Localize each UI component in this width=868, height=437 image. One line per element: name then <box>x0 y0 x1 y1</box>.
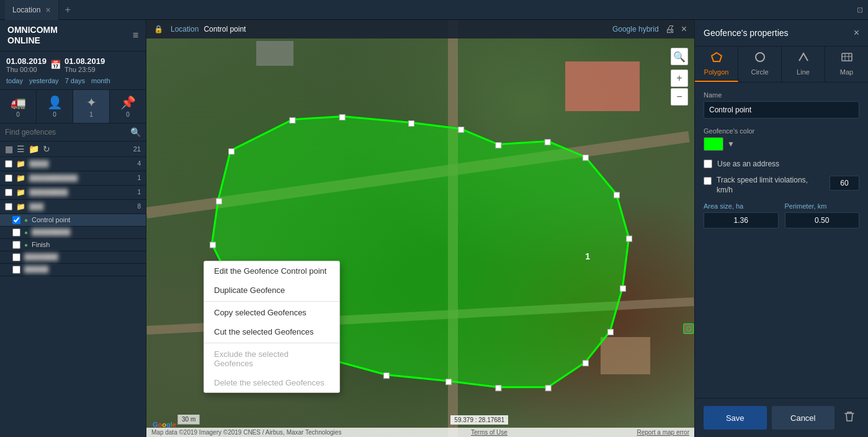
item-checkbox[interactable] <box>12 216 20 224</box>
group-count: 1 <box>137 189 141 196</box>
calendar-icon[interactable]: 📅 <box>50 60 61 70</box>
add-tab-button[interactable]: + <box>59 4 77 16</box>
item-checkbox[interactable] <box>12 241 20 249</box>
speed-limit-input[interactable] <box>830 176 859 191</box>
search-input[interactable] <box>5 128 127 137</box>
cancel-button[interactable]: Cancel <box>772 406 835 430</box>
use-as-address-checkbox[interactable] <box>704 160 712 168</box>
geofence-icon: ✦ <box>86 95 97 110</box>
list-item[interactable]: 📁 ███ 8 <box>0 200 146 214</box>
ctx-cut[interactable]: Cut the selected Geofences <box>204 322 339 341</box>
grid-icon[interactable]: ▦ <box>5 144 13 154</box>
end-date: 01.08.2019 <box>65 56 105 66</box>
list-icon[interactable]: ☰ <box>17 144 25 154</box>
list-item[interactable]: ███████ <box>0 251 146 264</box>
group-name: ████████ <box>29 189 133 196</box>
list-item[interactable]: 📁 ████ 4 <box>0 157 146 171</box>
svg-rect-13 <box>583 361 588 366</box>
date-nav-7days[interactable]: 7 days <box>65 77 85 84</box>
perimeter-label: Perimeter, km <box>785 202 860 210</box>
terms-link[interactable]: Terms of Use <box>471 429 508 436</box>
list-item[interactable]: ● Finish <box>0 239 146 251</box>
svg-rect-6 <box>496 143 501 148</box>
folder-icon[interactable]: 📁 <box>29 144 39 154</box>
ctx-edit[interactable]: Edit the Geofence Control point <box>204 261 339 281</box>
map-area[interactable]: 🔒 Location Control point Google hybrid 🖨… <box>146 20 694 437</box>
tab-polygon[interactable]: Polygon <box>695 47 738 82</box>
list-item[interactable]: ● ████████ <box>0 227 146 239</box>
item-checkbox[interactable] <box>12 266 20 274</box>
list-item[interactable]: ● Control point <box>0 214 146 227</box>
svg-rect-9 <box>614 192 619 198</box>
report-link[interactable]: Report a map error <box>637 429 689 436</box>
save-button[interactable]: Save <box>704 406 767 430</box>
group-name: ██████████ <box>29 174 133 182</box>
tab-map[interactable]: Map <box>825 47 868 82</box>
tab-close-icon[interactable]: × <box>45 5 50 15</box>
lock-icon: 🔒 <box>154 25 163 34</box>
list-item[interactable]: █████ <box>0 264 146 276</box>
ctx-copy[interactable]: Copy selected Geofences <box>204 303 339 322</box>
delete-button[interactable] <box>839 406 859 430</box>
google-hybrid-link[interactable]: Google hybrid <box>612 25 659 34</box>
search-bar: 🔍 <box>0 124 146 142</box>
tab-line[interactable]: Line <box>782 47 825 82</box>
circle-tab-icon <box>754 52 766 66</box>
item-name: ███████ <box>24 253 141 261</box>
panel-title: Geofence's properties <box>704 28 789 38</box>
date-nav-month[interactable]: month <box>91 77 110 84</box>
hamburger-menu-icon[interactable]: ≡ <box>133 30 138 41</box>
color-dropdown-icon[interactable]: ▼ <box>727 140 735 148</box>
zoom-out-button[interactable]: − <box>671 88 688 106</box>
item-checkbox[interactable] <box>12 253 20 261</box>
truck-icon: 🚛 <box>11 95 26 110</box>
perimeter-input[interactable] <box>785 212 860 228</box>
context-menu: Edit the Geofence Control point Duplicat… <box>204 261 340 393</box>
svg-rect-1 <box>229 149 235 155</box>
area-input[interactable] <box>704 212 779 228</box>
color-picker-row: ▼ <box>704 137 859 151</box>
area-box: Area size, ha <box>704 202 779 228</box>
refresh-icon[interactable]: ↻ <box>43 144 50 154</box>
drivers-count: 0 <box>53 111 56 118</box>
group-checkbox[interactable] <box>5 160 12 168</box>
window-controls: ⊡ <box>857 6 863 14</box>
group-checkbox[interactable] <box>5 203 12 210</box>
trucks-icon-btn[interactable]: 🚛 0 <box>0 90 37 123</box>
tab-circle[interactable]: Circle <box>738 47 782 82</box>
map-print-icon[interactable]: 🖨 <box>665 24 675 35</box>
drivers-icon-btn[interactable]: 👤 0 <box>37 90 73 123</box>
name-input[interactable] <box>704 101 859 119</box>
date-nav-today[interactable]: today <box>6 77 23 84</box>
panel-close-icon[interactable]: × <box>854 27 859 38</box>
map-search-button[interactable]: 🔍 <box>671 48 688 65</box>
ctx-duplicate[interactable]: Duplicate Geofence <box>204 281 339 300</box>
location-tab[interactable]: Location × <box>5 0 59 20</box>
color-swatch[interactable] <box>704 137 723 151</box>
end-date-box: 01.08.2019 Thu 23:59 <box>65 56 105 73</box>
breadcrumb-control-point[interactable]: Control point <box>204 25 246 34</box>
zoom-in-button[interactable]: + <box>671 70 688 87</box>
list-item[interactable]: 📁 ██████████ 1 <box>0 171 146 186</box>
ctx-exclude: Exclude the selected Geofences <box>204 345 339 373</box>
list-toolbar: ▦ ☰ 📁 ↻ 21 <box>0 142 146 157</box>
track-speed-checkbox[interactable] <box>704 177 712 185</box>
breadcrumb-location[interactable]: Location <box>171 25 199 34</box>
map-close-icon[interactable]: × <box>681 24 687 35</box>
group-count: 8 <box>137 203 141 210</box>
item-checkbox[interactable] <box>12 228 20 237</box>
start-date-box: 01.08.2019 Thu 00:00 <box>6 56 47 73</box>
search-map-icon: 🔍 <box>673 51 686 63</box>
svg-rect-28 <box>842 53 852 61</box>
points-count: 0 <box>126 111 130 118</box>
list-item[interactable]: 📁 ████████ 1 <box>0 186 146 200</box>
folder-icon: 📁 <box>16 174 25 182</box>
date-nav-yesterday[interactable]: yesterday <box>29 77 59 84</box>
app-logo: OMNICOMM ONLINE <box>7 25 58 46</box>
geofences-icon-btn[interactable]: ✦ 1 <box>73 90 110 123</box>
group-checkbox[interactable] <box>5 174 12 182</box>
item-name: Finish <box>32 241 141 248</box>
points-icon-btn[interactable]: 📌 0 <box>110 90 146 123</box>
group-checkbox[interactable] <box>5 189 12 196</box>
map-tab-label: Map <box>840 68 853 76</box>
